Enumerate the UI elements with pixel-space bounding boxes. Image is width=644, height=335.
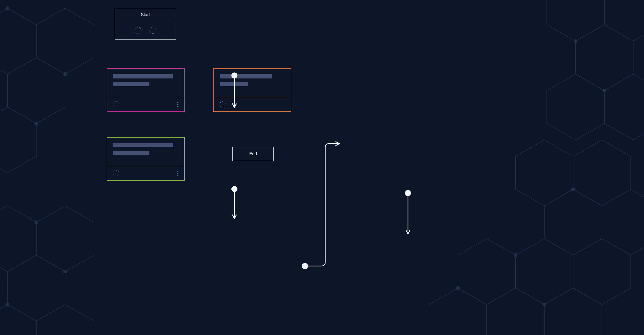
svg-marker-25 <box>515 239 573 305</box>
end-label: End <box>249 151 257 156</box>
text-placeholder <box>113 151 149 155</box>
svg-point-33 <box>572 188 575 191</box>
port-icon <box>135 27 141 34</box>
task-node-2[interactable] <box>107 137 185 181</box>
svg-marker-17 <box>605 0 644 41</box>
svg-point-15 <box>6 303 9 306</box>
svg-marker-12 <box>0 305 36 335</box>
svg-marker-22 <box>573 140 631 206</box>
task-footer <box>107 166 184 180</box>
end-node[interactable]: End <box>232 147 274 161</box>
svg-point-14 <box>63 270 67 273</box>
task-body <box>214 69 291 97</box>
task-footer <box>107 97 184 111</box>
arrow-layer <box>0 0 644 335</box>
svg-marker-23 <box>544 189 602 255</box>
svg-marker-3 <box>0 107 36 173</box>
svg-marker-1 <box>36 8 94 74</box>
svg-marker-27 <box>458 239 515 305</box>
svg-marker-8 <box>0 206 36 272</box>
svg-marker-16 <box>547 0 604 41</box>
port-icon <box>113 170 119 176</box>
more-icon[interactable] <box>177 102 178 107</box>
svg-point-43 <box>405 190 411 196</box>
svg-marker-9 <box>36 206 94 272</box>
svg-point-34 <box>514 254 517 257</box>
svg-point-6 <box>63 72 67 76</box>
svg-marker-28 <box>429 288 487 335</box>
text-placeholder <box>113 82 149 86</box>
svg-marker-24 <box>602 189 644 255</box>
hex-background <box>0 0 644 335</box>
more-icon[interactable] <box>177 171 178 176</box>
svg-marker-30 <box>544 288 602 335</box>
svg-marker-19 <box>605 74 644 140</box>
svg-marker-4 <box>0 58 8 123</box>
port-icon <box>149 27 156 34</box>
svg-point-35 <box>456 286 459 290</box>
text-placeholder <box>220 82 248 86</box>
svg-marker-20 <box>547 74 604 140</box>
svg-point-5 <box>6 7 9 10</box>
svg-point-31 <box>574 39 577 43</box>
start-label: Start <box>115 8 176 21</box>
task-node-3[interactable] <box>213 68 291 112</box>
port-icon <box>113 101 119 107</box>
diagram-canvas: Start <box>0 0 644 335</box>
svg-marker-10 <box>8 255 65 321</box>
svg-point-42 <box>302 263 308 269</box>
start-node[interactable]: Start <box>115 8 176 40</box>
task-body <box>107 69 184 97</box>
svg-marker-21 <box>515 140 573 206</box>
text-placeholder <box>220 74 272 78</box>
svg-marker-11 <box>36 305 94 335</box>
svg-marker-26 <box>573 239 631 305</box>
task-node-1[interactable] <box>107 68 185 112</box>
task-footer <box>214 97 291 111</box>
port-icon <box>220 101 226 107</box>
svg-point-13 <box>35 221 38 224</box>
svg-point-7 <box>35 122 38 125</box>
svg-marker-2 <box>8 58 65 123</box>
start-body <box>115 21 176 39</box>
svg-point-40 <box>232 186 237 192</box>
svg-marker-29 <box>487 288 544 335</box>
svg-marker-0 <box>0 8 36 74</box>
svg-point-32 <box>603 89 606 92</box>
task-body <box>107 138 184 166</box>
text-placeholder <box>113 74 173 78</box>
svg-point-36 <box>543 303 546 306</box>
svg-marker-18 <box>576 25 633 91</box>
text-placeholder <box>113 143 173 147</box>
